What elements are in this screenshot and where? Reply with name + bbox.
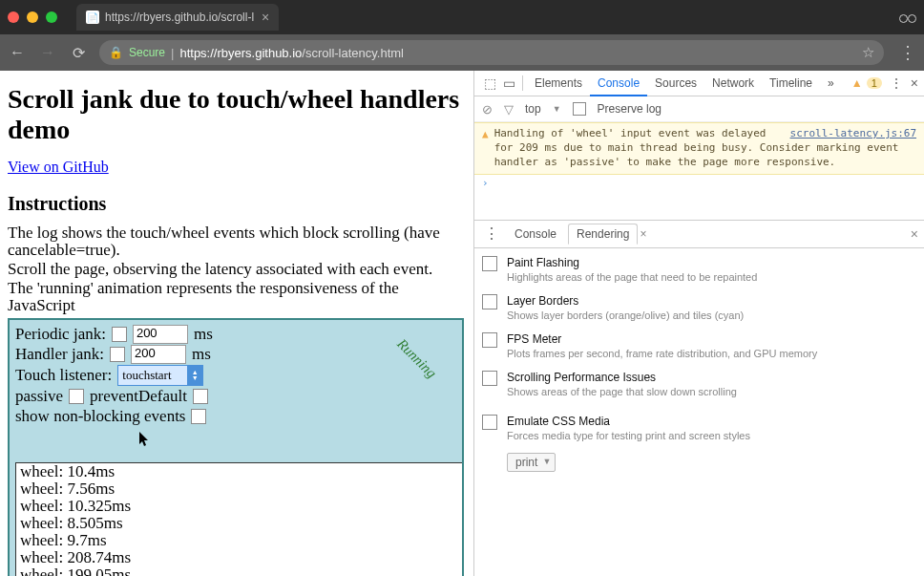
inspect-element-icon[interactable]: ⬚	[480, 75, 499, 91]
scrolling-issues-checkbox[interactable]	[482, 371, 497, 386]
periodic-jank-input[interactable]: 200	[133, 325, 188, 344]
close-window-button[interactable]	[8, 11, 19, 23]
rendering-panel: Paint Flashing Highlights areas of the p…	[474, 248, 924, 576]
log-line: wheel: 7.56ms	[20, 480, 461, 498]
devtools-tabbar: ⬚ ▭ Elements Console Sources Network Tim…	[474, 71, 924, 96]
maximize-window-button[interactable]	[46, 11, 57, 23]
log-line: wheel: 10.4ms	[20, 463, 461, 480]
css-media-select[interactable]: print ▼	[507, 453, 556, 472]
console-filter-bar: ⊘ ▽ top ▼ Preserve log	[474, 96, 924, 122]
passive-checkbox[interactable]	[69, 389, 84, 404]
ms-label: ms	[192, 345, 211, 364]
instructions-line: Scroll the page, observing the latency a…	[8, 261, 466, 278]
console-prompt[interactable]: ›	[474, 175, 924, 191]
filter-icon[interactable]: ▽	[504, 102, 514, 117]
ms-label: ms	[194, 325, 213, 344]
emulate-css-media-desc: Forces media type for testing print and …	[507, 430, 750, 441]
toolbar: ← → ⟳ 🔒 Secure | https://rbyers.github.i…	[0, 34, 924, 71]
devtools-close-button[interactable]: ×	[911, 75, 918, 91]
tab-console[interactable]: Console	[590, 72, 647, 96]
incognito-icon	[899, 11, 916, 24]
warning-icon: ▲	[482, 128, 489, 170]
tab-close-button[interactable]: ×	[262, 10, 269, 25]
chevron-down-icon: ▼	[542, 457, 551, 466]
handler-jank-input[interactable]: 200	[131, 345, 186, 364]
show-nonblocking-label: show non-blocking events	[15, 407, 185, 426]
secure-label: Secure	[129, 46, 165, 59]
device-toggle-icon[interactable]: ▭	[499, 75, 518, 91]
drawer-menu-button[interactable]: ⋮	[484, 224, 499, 243]
drawer-close-button[interactable]: ×	[911, 226, 918, 242]
drawer-tab-close-icon[interactable]: ×	[640, 227, 646, 241]
fps-meter-checkbox[interactable]	[482, 332, 497, 348]
log-line: wheel: 8.505ms	[20, 515, 461, 532]
preventdefault-checkbox[interactable]	[193, 389, 208, 404]
content-split: Scroll jank due to touch/wheel handlers …	[0, 71, 924, 576]
periodic-jank-label: Periodic jank:	[15, 325, 106, 344]
address-bar[interactable]: 🔒 Secure | https://rbyers.github.io/scro…	[99, 40, 884, 65]
emulate-css-media-checkbox[interactable]	[482, 415, 497, 430]
browser-menu-button[interactable]: ⋮	[899, 42, 916, 63]
layer-borders-label: Layer Borders	[507, 294, 744, 308]
preserve-log-checkbox[interactable]	[573, 102, 586, 116]
event-log[interactable]: wheel: 10.4ms wheel: 7.56ms wheel: 10.32…	[15, 462, 464, 576]
drawer-tab-rendering[interactable]: Rendering	[568, 224, 638, 245]
warning-icon: ▲	[851, 76, 863, 90]
touch-listener-label: Touch listener:	[15, 366, 112, 385]
layer-borders-desc: Shows layer borders (orange/olive) and t…	[507, 309, 744, 321]
drawer-tabbar: ⋮ Console Rendering × ×	[474, 221, 924, 248]
handler-jank-label: Handler jank:	[15, 345, 104, 364]
separator	[522, 75, 523, 91]
devtools-menu-button[interactable]: ⋮	[890, 75, 903, 91]
tab-timeline[interactable]: Timeline	[762, 72, 820, 95]
layer-borders-checkbox[interactable]	[482, 294, 497, 309]
reload-button[interactable]: ⟳	[69, 44, 88, 62]
tab-title: https://rbyers.github.io/scroll-l	[105, 11, 254, 24]
instructions-line: The 'running' animation represents the r…	[8, 280, 466, 314]
url-divider: |	[171, 46, 174, 60]
minimize-window-button[interactable]	[27, 11, 38, 23]
log-line: wheel: 199.05ms	[20, 566, 461, 576]
periodic-jank-checkbox[interactable]	[112, 327, 127, 342]
console-warning-row[interactable]: ▲ scroll-latency.js:67 Handling of 'whee…	[474, 122, 924, 175]
paint-flashing-label: Paint Flashing	[507, 256, 757, 269]
traffic-lights	[8, 11, 57, 23]
window-titlebar: 📄 https://rbyers.github.io/scroll-l ×	[0, 0, 924, 34]
tab-network[interactable]: Network	[704, 72, 762, 95]
tab-elements[interactable]: Elements	[527, 72, 590, 95]
drawer-tab-console[interactable]: Console	[507, 224, 564, 245]
url-text: https://rbyers.github.io/scroll-latency.…	[179, 46, 404, 60]
preserve-log-label: Preserve log	[598, 102, 662, 116]
tab-sources[interactable]: Sources	[647, 72, 704, 95]
devtools-panel: ⬚ ▭ Elements Console Sources Network Tim…	[473, 71, 924, 576]
fps-meter-label: FPS Meter	[507, 332, 817, 346]
page-title: Scroll jank due to touch/wheel handlers …	[8, 84, 466, 145]
paint-flashing-checkbox[interactable]	[482, 256, 497, 271]
back-button[interactable]: ←	[8, 44, 27, 61]
preventdefault-label: preventDefault	[90, 387, 187, 406]
log-line: wheel: 208.74ms	[20, 549, 461, 566]
clear-console-icon[interactable]: ⊘	[482, 102, 493, 117]
console-source-link[interactable]: scroll-latency.js:67	[790, 127, 916, 141]
context-selector[interactable]: top	[525, 102, 541, 116]
browser-tab[interactable]: 📄 https://rbyers.github.io/scroll-l ×	[76, 4, 279, 31]
bookmark-star-icon[interactable]: ☆	[862, 44, 874, 61]
passive-label: passive	[15, 387, 63, 406]
tabs-overflow-icon[interactable]: »	[820, 72, 842, 95]
warning-badge[interactable]: ▲ 1	[851, 76, 882, 90]
lock-icon: 🔒	[109, 46, 123, 59]
emulate-css-media-label: Emulate CSS Media	[507, 415, 750, 428]
instructions-heading: Instructions	[8, 193, 466, 215]
touch-listener-select[interactable]: touchstart ▲▼	[117, 365, 203, 386]
show-nonblocking-checkbox[interactable]	[191, 409, 206, 424]
fps-meter-desc: Plots frames per second, frame rate dist…	[507, 348, 817, 359]
github-link[interactable]: View on GitHub	[8, 159, 109, 175]
demo-panel: Periodic jank: 200 ms Handler jank: 200 …	[8, 318, 464, 576]
log-line: wheel: 10.325ms	[20, 498, 461, 515]
handler-jank-checkbox[interactable]	[110, 347, 125, 362]
paint-flashing-desc: Highlights areas of the page that need t…	[507, 271, 757, 283]
forward-button[interactable]: →	[38, 44, 57, 61]
scrolling-issues-label: Scrolling Performance Issues	[507, 371, 737, 384]
chevron-down-icon: ▼	[553, 104, 561, 114]
devtools-drawer: ⋮ Console Rendering × × Paint Flashing H…	[474, 220, 924, 576]
